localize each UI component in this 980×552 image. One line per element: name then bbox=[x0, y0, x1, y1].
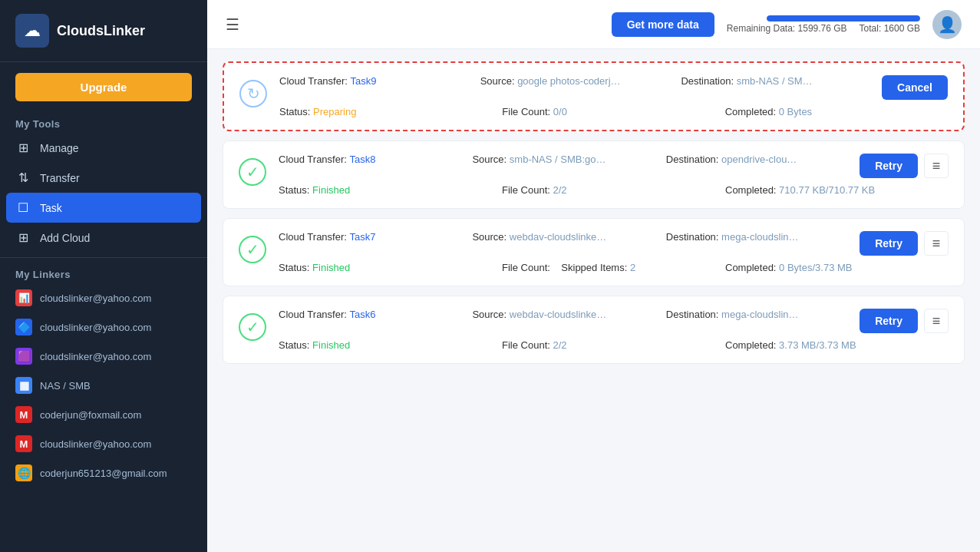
main-panel: ☰ Get more data Remaining Data: 1599.76 … bbox=[207, 0, 980, 552]
task9-filecount-field: File Count: 0/0 bbox=[502, 106, 724, 117]
task6-destination-field: Destination: mega-cloudslin… bbox=[666, 309, 860, 320]
linker-avatar-6: M bbox=[15, 435, 32, 452]
linker-label-7: coderjun651213@gmail.com bbox=[40, 468, 167, 479]
task-card-task8: ✓ Cloud Transfer: Task8 Source: smb-NAS … bbox=[223, 140, 965, 209]
get-more-data-button[interactable]: Get more data bbox=[612, 12, 714, 37]
sidebar-item-manage[interactable]: ⊞ Manage bbox=[0, 133, 207, 163]
task8-details: Cloud Transfer: Task8 Source: smb-NAS / … bbox=[279, 154, 949, 196]
sidebar-logo: ☁ CloudsLinker bbox=[0, 0, 207, 62]
sidebar-divider bbox=[0, 257, 207, 258]
task6-completed-field: Completed: 3.73 MB/3.73 MB bbox=[725, 339, 949, 351]
task7-source-field: Source: webdav-cloudslinke… bbox=[472, 231, 665, 243]
logo-text: CloudsLinker bbox=[57, 23, 145, 39]
task9-transfer-field: Cloud Transfer: Task9 bbox=[279, 75, 480, 87]
task7-completed-field: Completed: 0 Bytes/3.73 MB bbox=[725, 262, 949, 273]
linker-item-2[interactable]: 🔷 cloudslinker@yahoo.com bbox=[0, 312, 207, 342]
task6-retry-button[interactable]: Retry bbox=[860, 309, 918, 333]
task6-status-field: Status: Finished bbox=[279, 339, 502, 351]
task8-transfer-field: Cloud Transfer: Task8 bbox=[279, 154, 472, 165]
upgrade-button[interactable]: Upgrade bbox=[15, 73, 192, 101]
logo-icon: ☁ bbox=[15, 14, 49, 48]
task7-status-icon: ✓ bbox=[239, 236, 266, 263]
linker-item-3[interactable]: 🟪 cloudslinker@yahoo.com bbox=[0, 342, 207, 371]
data-info: Remaining Data: 1599.76 GB Total: 1600 G… bbox=[727, 15, 920, 34]
linker-item-7[interactable]: 🌐 coderjun651213@gmail.com bbox=[0, 458, 207, 488]
linker-label-2: cloudslinker@yahoo.com bbox=[40, 322, 151, 333]
linker-avatar-1: 📊 bbox=[15, 289, 32, 306]
task7-details: Cloud Transfer: Task7 Source: webdav-clo… bbox=[279, 231, 949, 273]
task8-source-field: Source: smb-NAS / SMB:go… bbox=[472, 154, 665, 165]
task8-filecount-field: File Count: 2/2 bbox=[502, 184, 725, 196]
add-cloud-icon: ⊞ bbox=[15, 230, 31, 245]
task7-transfer-field: Cloud Transfer: Task7 bbox=[279, 231, 472, 243]
task7-actions: Retry ≡ bbox=[860, 231, 949, 256]
task9-actions: Cancel bbox=[882, 75, 948, 100]
task-card-task7: ✓ Cloud Transfer: Task7 Source: webdav-c… bbox=[223, 218, 965, 286]
sidebar-item-transfer-label: Transfer bbox=[40, 172, 80, 184]
task9-completed-field: Completed: 0 Bytes bbox=[725, 106, 948, 117]
task-card-task6: ✓ Cloud Transfer: Task6 Source: webdav-c… bbox=[223, 296, 965, 364]
task6-menu-button[interactable]: ≡ bbox=[924, 309, 949, 333]
linker-item-4[interactable]: ▦ NAS / SMB bbox=[0, 371, 207, 400]
my-linkers-label: My Linkers bbox=[0, 263, 207, 283]
sidebar: ☁ CloudsLinker Upgrade My Tools ⊞ Manage… bbox=[0, 0, 207, 552]
menu-icon[interactable]: ☰ bbox=[226, 15, 239, 34]
task8-status-icon: ✓ bbox=[239, 158, 266, 186]
task7-filecount-field: File Count: Skipped Items: 2 bbox=[502, 262, 725, 273]
task7-menu-button[interactable]: ≡ bbox=[924, 231, 949, 256]
task9-details: Cloud Transfer: Task9 Source: google pho… bbox=[279, 75, 948, 117]
task9-cancel-button[interactable]: Cancel bbox=[882, 75, 948, 100]
my-tools-label: My Tools bbox=[0, 112, 207, 133]
task8-menu-button[interactable]: ≡ bbox=[924, 154, 949, 178]
linker-label-3: cloudslinker@yahoo.com bbox=[40, 351, 151, 362]
task8-retry-button[interactable]: Retry bbox=[860, 154, 918, 178]
sidebar-item-manage-label: Manage bbox=[40, 142, 79, 154]
data-progress-fill bbox=[767, 15, 920, 21]
linker-avatar-3: 🟪 bbox=[15, 348, 32, 365]
linker-item-5[interactable]: M coderjun@foxmail.com bbox=[0, 400, 207, 429]
linker-label-5: coderjun@foxmail.com bbox=[40, 409, 141, 421]
sidebar-item-add-cloud[interactable]: ⊞ Add Cloud bbox=[0, 223, 207, 253]
task9-status-icon: ↻ bbox=[239, 80, 267, 107]
content-area: ↻ Cloud Transfer: Task9 Source: google p… bbox=[207, 49, 980, 552]
sidebar-item-transfer[interactable]: ⇅ Transfer bbox=[0, 163, 207, 193]
task7-destination-field: Destination: mega-cloudslin… bbox=[666, 231, 860, 243]
task9-status-field: Status: Preparing bbox=[279, 106, 502, 117]
task6-transfer-field: Cloud Transfer: Task6 bbox=[279, 309, 472, 320]
linker-avatar-4: ▦ bbox=[15, 377, 32, 394]
task6-status-icon: ✓ bbox=[239, 313, 266, 341]
linker-label-4: NAS / SMB bbox=[40, 380, 91, 392]
task7-status-field: Status: Finished bbox=[279, 262, 502, 273]
linker-avatar-5: M bbox=[15, 406, 32, 423]
transfer-icon: ⇅ bbox=[15, 170, 31, 185]
sidebar-item-add-cloud-label: Add Cloud bbox=[40, 232, 90, 244]
linker-label-6: cloudslinker@yahoo.com bbox=[40, 438, 151, 450]
task8-actions: Retry ≡ bbox=[860, 154, 949, 178]
task8-status-field: Status: Finished bbox=[279, 184, 502, 196]
linker-avatar-2: 🔷 bbox=[15, 319, 32, 335]
user-avatar[interactable]: 👤 bbox=[932, 10, 962, 39]
linker-label-1: cloudslinker@yahoo.com bbox=[40, 293, 151, 304]
task6-details: Cloud Transfer: Task6 Source: webdav-clo… bbox=[279, 309, 949, 351]
linker-avatar-7: 🌐 bbox=[15, 464, 32, 481]
task9-source-field: Source: google photos-coderj… bbox=[480, 75, 681, 87]
task-card-task9: ↻ Cloud Transfer: Task9 Source: google p… bbox=[223, 61, 965, 131]
task-icon: ☐ bbox=[15, 200, 31, 215]
task9-destination-field: Destination: smb-NAS / SM… bbox=[681, 75, 882, 87]
data-progress-bar bbox=[767, 15, 920, 21]
linker-item-1[interactable]: 📊 cloudslinker@yahoo.com bbox=[0, 283, 207, 312]
task8-completed-field: Completed: 710.77 KB/710.77 KB bbox=[725, 184, 949, 196]
sidebar-item-task-label: Task bbox=[40, 202, 62, 214]
total-label: Total: 1600 GB bbox=[860, 23, 920, 34]
header: ☰ Get more data Remaining Data: 1599.76 … bbox=[207, 0, 980, 49]
data-text: Remaining Data: 1599.76 GB Total: 1600 G… bbox=[727, 23, 920, 34]
task6-filecount-field: File Count: 2/2 bbox=[502, 339, 725, 351]
task6-source-field: Source: webdav-cloudslinke… bbox=[472, 309, 665, 320]
manage-icon: ⊞ bbox=[15, 140, 31, 155]
task8-destination-field: Destination: opendrive-clou… bbox=[666, 154, 860, 165]
task7-retry-button[interactable]: Retry bbox=[860, 231, 918, 256]
task6-actions: Retry ≡ bbox=[860, 309, 949, 333]
linker-item-6[interactable]: M cloudslinker@yahoo.com bbox=[0, 429, 207, 458]
remaining-label: Remaining Data: 1599.76 GB bbox=[727, 23, 847, 34]
sidebar-item-task[interactable]: ☐ Task bbox=[6, 193, 201, 223]
